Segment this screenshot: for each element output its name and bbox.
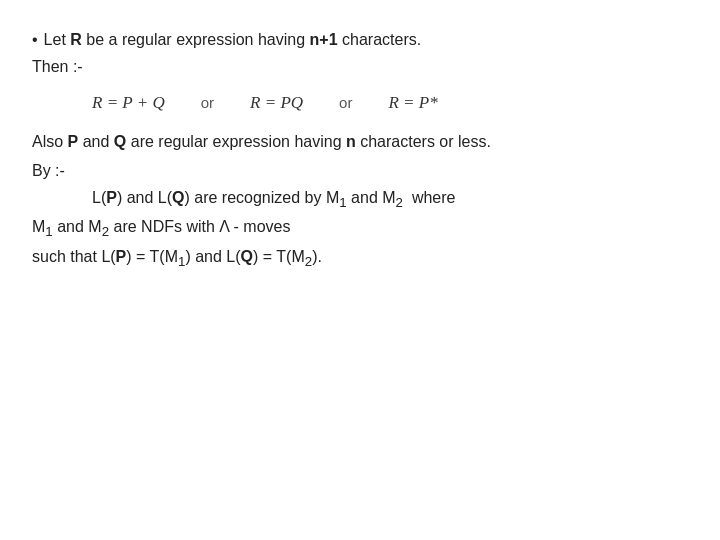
by-text: By :- [32,162,65,179]
var-Q3: Q [241,248,253,265]
bullet-line-1: • Let R be a regular expression having n… [32,28,688,53]
such-that-line: such that L(P) = T(M1) and L(Q) = T(M2). [32,245,688,273]
by-line: By :- [32,159,688,184]
or2: or [335,91,356,114]
sub-m1b: 1 [178,254,185,269]
or1: or [197,91,218,114]
then-line: Then :- [32,55,688,80]
sub-1: 1 [339,195,346,210]
sub-m2: 2 [102,225,109,240]
eq2: R = PQ [250,90,303,116]
var-P: P [68,133,79,150]
eq3: R = P* [388,90,437,116]
var-P3: P [116,248,127,265]
var-n1: n+1 [310,31,338,48]
sub-2: 2 [396,195,403,210]
var-R: R [70,31,82,48]
also-line: Also P and Q are regular expression havi… [32,130,688,155]
eq1: R = P + Q [92,90,165,116]
lp-lq-line: L(P) and L(Q) are recognized by M1 and M… [32,186,688,214]
line1-text: Let R be a regular expression having n+1… [44,28,422,53]
main-content: • Let R be a regular expression having n… [0,0,720,303]
var-P2: P [106,189,117,206]
sub-m1: 1 [45,225,52,240]
var-n: n [346,133,356,150]
then-text: Then :- [32,58,83,75]
var-Q: Q [114,133,126,150]
equation-row: R = P + Q or R = PQ or R = P* [32,90,688,116]
sub-m2b: 2 [305,254,312,269]
var-Q2: Q [172,189,184,206]
m1-m2-line: M1 and M2 are NDFs with Λ - moves [32,215,688,243]
bullet-point: • [32,28,38,53]
